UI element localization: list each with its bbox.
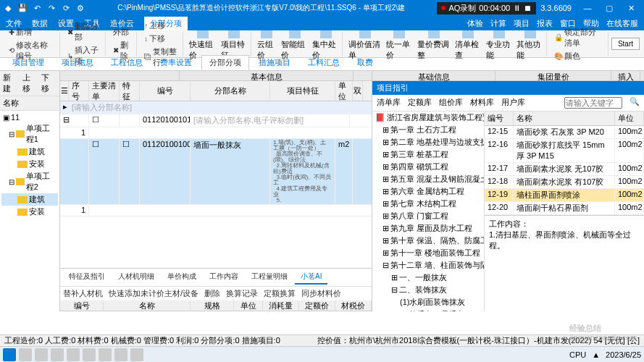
insert-button[interactable]: 插入 — [611, 71, 640, 80]
rp-ch[interactable]: ⊞ 第四章 砌筑工程 — [372, 161, 484, 173]
unify-button[interactable]: 统一单价 — [386, 27, 413, 61]
rp-tab-group[interactable]: 组价库 — [439, 97, 463, 109]
pro-button[interactable]: 专业功能 — [486, 27, 513, 61]
rp-ch[interactable]: ⊞ 第五章 混凝土及钢筋混凝土工程 — [372, 173, 484, 185]
btb-sync[interactable]: 同步材料价 — [301, 288, 341, 299]
menu-support[interactable]: 在线客服 — [606, 18, 638, 29]
rp-list-row[interactable]: 12-19墙柱面界面剂喷涂100m2 — [485, 189, 644, 202]
down-button[interactable]: ↓ 下移 — [143, 33, 180, 45]
settings-icon[interactable]: ⚙ — [75, 3, 85, 13]
lock-button[interactable]: 🔒 锁定部分清单 — [553, 26, 605, 49]
search-icon[interactable]: 🔍 — [630, 97, 640, 109]
undo-icon[interactable]: ↶ — [32, 3, 42, 13]
rp-tab-quota[interactable]: 定额库 — [408, 97, 432, 109]
tab-rate[interactable]: 费率设置 — [152, 55, 200, 70]
start-menu[interactable] — [3, 348, 16, 361]
btab-qty[interactable]: 工程量明细 — [246, 270, 293, 285]
rp-sub[interactable]: (1)水刷面装饰抹灰 — [372, 296, 484, 308]
up-button[interactable]: ↑ 上移 — [143, 20, 180, 32]
rp-ch[interactable]: ⊞ 第十一章 楼地面装饰工程 — [372, 247, 484, 259]
taskbar-app[interactable] — [83, 348, 96, 361]
check-button[interactable]: 清单检查 — [455, 27, 482, 61]
redo-icon[interactable]: ↷ — [46, 3, 57, 13]
del-branch-button[interactable]: ✖ 删除分部 — [66, 20, 101, 43]
taskbar-app[interactable] — [130, 348, 143, 361]
rp-sub[interactable]: ⊞ 一、一般抹灰 — [372, 272, 484, 284]
taskbar-app[interactable] — [35, 348, 48, 361]
rp-ch[interactable]: ⊞ 第三章 桩基工程 — [372, 148, 484, 161]
rp-ch[interactable]: ⊞ 第六章 金属结构工程 — [372, 185, 484, 198]
btb-conv[interactable]: 定额换算 — [264, 288, 296, 299]
pause-icon[interactable]: ⏸ — [513, 4, 521, 12]
rp-ch[interactable]: ⊞ 第七章 木结构工程 — [372, 198, 484, 210]
taskbar-app[interactable] — [114, 348, 127, 361]
btb-sub[interactable]: 替补人材机 — [63, 288, 103, 299]
rp-tab-user[interactable]: 用户库 — [501, 97, 525, 109]
btab-work[interactable]: 工作内容 — [204, 270, 244, 285]
rp-book[interactable]: 📕 浙江省房屋建筑与装饰工程预算定额 (2018版) — [372, 111, 484, 124]
rp-list-row[interactable]: 12-17墙面刷素水泥浆 无107胶100m2 — [485, 163, 644, 176]
tree-up[interactable]: 上移 — [22, 72, 38, 94]
grid-row[interactable]: 1 — [60, 127, 372, 139]
rp-ch[interactable]: ⊞ 第八章 门窗工程 — [372, 210, 484, 222]
tree-item-selected[interactable]: 建筑 — [1, 193, 58, 206]
btab-price[interactable]: 单价构成 — [162, 270, 202, 285]
tab-measure[interactable]: 措施项目 — [251, 55, 298, 70]
rp-ch[interactable]: ⊞ 第二章 地基处理与边坡支护工程 — [372, 136, 484, 148]
refresh-icon[interactable]: ⟳ — [61, 3, 71, 13]
tree-down[interactable]: 下移 — [41, 72, 57, 94]
btab-rcj[interactable]: 人材机明细 — [112, 270, 160, 285]
taskbar-app[interactable] — [67, 348, 80, 361]
ext-button[interactable]: 外部 — [112, 26, 134, 38]
taskbar-app[interactable] — [51, 348, 64, 361]
minimize-button[interactable]: — — [577, 4, 598, 13]
grid-row[interactable]: ▸[请输入分部名称] — [60, 101, 372, 114]
rp-sub[interactable]: ⊟ 二、装饰抹灰 — [372, 284, 484, 296]
close-button[interactable]: ✕ — [621, 4, 641, 13]
rp-sub[interactable]: (2)拉毛灰、甩毛灰 — [372, 308, 484, 311]
rp-search-input[interactable] — [564, 97, 622, 109]
rp-ch[interactable]: ⊟ 第十二章 墙、柱面装饰与隔断、幕墙工程 — [372, 259, 484, 272]
tree-root[interactable]: ▣ 11 — [1, 112, 58, 122]
grid-row-selected[interactable]: ☐☐ 011201001001 墙面一般抹灰 1.墙(筑)、支(柄)、土工膜（一… — [60, 139, 372, 205]
tab-fee[interactable]: 取费 — [349, 55, 381, 70]
tree-item[interactable]: ⊟单项工程2 — [1, 170, 58, 193]
stop-icon[interactable]: ⏹ — [524, 4, 532, 12]
rp-list-row[interactable]: 12-18墙面刷素水泥浆 有107胶100m2 — [485, 176, 644, 189]
rp-tab-list[interactable]: 清单库 — [377, 97, 401, 109]
tree-item[interactable]: 安装 — [1, 158, 58, 170]
new-button[interactable]: ✚ 新增 — [7, 26, 57, 38]
grid-row[interactable]: ⊟☐ 011201001013 [请输入分部名称,电子评标勿删] — [60, 114, 372, 127]
calc-button[interactable]: 量价费调整 — [417, 27, 451, 61]
rp-list-row[interactable]: 12-15墙面砂浆 石灰浆 3P M20100m2 — [485, 126, 644, 139]
taskbar-app[interactable] — [19, 348, 32, 361]
rp-tab-mat[interactable]: 材料库 — [470, 97, 494, 109]
tab-material[interactable]: 工料汇总 — [300, 55, 348, 70]
grid-expand[interactable]: ☰ — [60, 81, 69, 101]
rp-list-row[interactable]: 12-20墙面刷干粘石界面剂100m2 — [485, 202, 644, 215]
btb-rec[interactable]: 换算记录 — [226, 288, 258, 299]
color-button[interactable]: 🎨 颜色 — [553, 50, 605, 62]
tree-new[interactable]: 新建 — [3, 72, 18, 94]
tree-item[interactable]: 安装 — [1, 206, 58, 218]
tree-item[interactable]: ⊟单项工程1 — [1, 122, 58, 146]
tray-icon[interactable]: ▲ — [592, 350, 600, 359]
rp-ch[interactable]: ⊞ 第十章 保温、隔热、防腐工程 — [372, 235, 484, 247]
maximize-button[interactable]: ▢ — [599, 4, 619, 13]
other-button[interactable]: 其他功能 — [517, 27, 543, 61]
tab-proj-info[interactable]: 项目信息 — [54, 55, 101, 70]
rp-ch[interactable]: ⊞ 第一章 土石方工程 — [372, 124, 484, 136]
tab-proj-mgmt[interactable]: 项目管理 — [4, 55, 52, 70]
grid-row[interactable]: 1 — [60, 205, 372, 216]
btab-feat[interactable]: 特征及指引 — [63, 270, 111, 285]
rp-ch[interactable]: ⊞ 第九章 屋面及防水工程 — [372, 222, 484, 235]
rp-list-row[interactable]: 12-16墙面砂浆打底找平 15mm厚 3P M15100m2 — [485, 139, 644, 163]
start-button[interactable]: Start — [611, 38, 640, 50]
taskbar-app[interactable] — [99, 348, 112, 361]
btab-ai[interactable]: 小茗AI — [295, 270, 327, 285]
save-icon[interactable]: 💾 — [17, 3, 28, 13]
tab-eng-info[interactable]: 工程信息 — [103, 55, 151, 70]
tree-item[interactable]: 建筑 — [1, 146, 58, 158]
btb-del[interactable]: 删除 — [204, 288, 220, 299]
tab-section[interactable]: 分部分项 — [201, 55, 249, 70]
